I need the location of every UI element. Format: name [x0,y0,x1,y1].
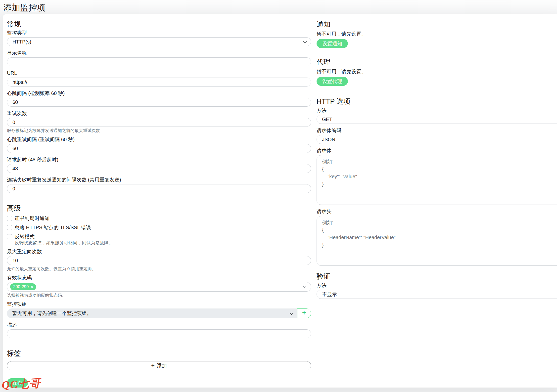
monitor-form-card: 常规 监控类型 HTTP(s) 显示名称 URL 心跳间隔 (检测频率 60 秒… [3,14,557,388]
display-name-label: 显示名称 [7,50,311,56]
retries-input[interactable] [7,118,311,127]
heartbeat-interval-input[interactable] [7,98,311,107]
accepted-status-help: 选择被视为成功响应的状态码。 [7,293,311,298]
proxy-empty-text: 暂不可用，请先设置。 [317,68,557,75]
setup-notification-button[interactable]: 设置通知 [317,39,348,48]
max-redirects-label: 最大重定向次数 [7,249,311,254]
monitor-group-select[interactable]: 暂无可用，请先创建一个监控项组。 [7,308,297,318]
description-label: 描述 [7,322,311,328]
accepted-status-multiselect[interactable]: 200-299 × [7,282,311,292]
heartbeat-retry-interval-input[interactable] [7,144,311,153]
section-auth: 验证 [317,272,557,281]
plus-icon: + [151,363,154,369]
body-encoding-value: JSON [322,137,335,142]
method-select[interactable]: GET [317,115,557,124]
method-value: GET [322,117,332,122]
upside-down-help: 反转状态监控，如果服务可访问，则认为是故障。 [15,240,311,245]
cert-expiry-checkbox[interactable] [7,216,12,221]
auth-method-value: 不显示 [322,291,337,298]
add-tag-button[interactable]: + 添加 [7,361,311,370]
right-column: 通知 暂不可用，请先设置。 设置通知 代理 暂不可用，请先设置。 设置代理 HT… [317,20,557,303]
max-redirects-input[interactable] [7,256,311,265]
heartbeat-interval-label: 心跳间隔 (检测频率 60 秒) [7,90,311,96]
auth-method-label: 方法 [317,283,557,288]
ignore-tls-checkbox[interactable] [7,225,12,230]
status-code-tag: 200-299 × [10,283,36,290]
method-label: 方法 [317,108,557,113]
resend-interval-label: 连续失败时重复发送通知的间隔次数 (禁用重复发送) [7,177,311,182]
description-input[interactable] [7,329,311,338]
add-group-button[interactable]: + [297,308,311,318]
request-body-textarea[interactable] [317,155,557,205]
request-timeout-label: 请求超时 (48 秒后超时) [7,157,311,162]
retries-label: 重试次数 [7,111,311,116]
section-tags: 标签 [7,349,311,358]
monitor-type-value: HTTP(s) [12,39,31,45]
save-button[interactable]: 保存 [7,378,28,388]
section-notifications: 通知 [317,20,557,29]
cert-expiry-checkbox-label: 证书到期时通知 [15,215,49,222]
request-headers-textarea[interactable] [317,216,557,266]
auth-method-select[interactable]: 不显示 [317,290,557,299]
section-http-options: HTTP 选项 [317,97,557,106]
upside-down-checkbox-row: 反转模式 [7,233,311,240]
url-label: URL [7,70,311,76]
body-encoding-label: 请求体编码 [317,128,557,133]
add-tag-label: 添加 [157,362,167,369]
upside-down-checkbox-label: 反转模式 [15,233,35,240]
url-input[interactable] [7,78,311,87]
upside-down-checkbox[interactable] [7,234,12,239]
request-timeout-input[interactable] [7,164,311,173]
tag-remove-icon[interactable]: × [31,285,33,289]
monitor-group-label: 监控项组 [7,301,311,307]
body-encoding-select[interactable]: JSON [317,135,557,144]
ignore-tls-checkbox-row: 忽略 HTTPS 站点的 TLS/SSL 错误 [7,224,311,231]
chevron-down-icon [303,285,306,288]
cert-expiry-checkbox-row: 证书到期时通知 [7,215,311,221]
display-name-input[interactable] [7,57,311,66]
request-headers-label: 请求头 [317,209,557,214]
monitor-group-value: 暂无可用，请先创建一个监控项组。 [12,310,92,317]
notifications-empty-text: 暂不可用，请先设置。 [317,31,557,37]
monitor-type-label: 监控类型 [7,30,311,36]
resend-interval-input[interactable] [7,184,311,193]
max-redirects-help: 允许的最大重定向次数。设置为 0 禁用重定向。 [7,266,311,271]
monitor-type-select[interactable]: HTTP(s) [7,37,311,46]
page-title: 添加监控项 [3,2,46,13]
heartbeat-retry-interval-label: 心跳重试间隔 (重试间隔 60 秒) [7,137,311,142]
accepted-status-label: 有效状态码 [7,275,311,280]
section-advanced: 高级 [7,204,311,213]
request-body-label: 请求体 [317,148,557,153]
setup-proxy-button[interactable]: 设置代理 [317,77,348,86]
chevron-down-icon [289,311,293,315]
retries-help: 服务被标记为故障并发送通知之前的最大重试次数 [7,128,311,133]
monitor-group-row: 暂无可用，请先创建一个监控项组。 + [7,308,311,318]
chevron-down-icon [303,39,307,43]
ignore-tls-checkbox-label: 忽略 HTTPS 站点的 TLS/SSL 错误 [15,224,91,231]
section-proxy: 代理 [317,58,557,66]
status-code-tag-value: 200-299 [13,284,29,289]
section-general: 常规 [7,20,311,29]
left-column: 常规 监控类型 HTTP(s) 显示名称 URL 心跳间隔 (检测频率 60 秒… [7,20,311,388]
